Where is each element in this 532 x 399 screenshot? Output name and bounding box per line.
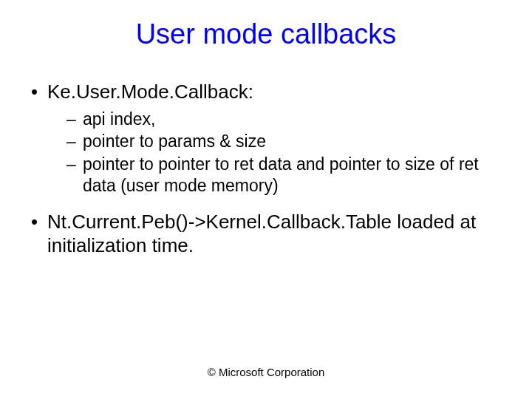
bullet-list: Ke.User.Mode.Callback: api index, pointe…	[22, 80, 510, 258]
bullet-item: Nt.Current.Peb()->Kernel.Callback.Table …	[30, 210, 510, 258]
bullet-text: Ke.User.Mode.Callback:	[47, 81, 253, 103]
sub-item-text: pointer to pointer to ret data and point…	[83, 154, 479, 195]
sub-list: api index, pointer to params & size poin…	[47, 109, 510, 197]
slide: User mode callbacks Ke.User.Mode.Callbac…	[0, 0, 532, 399]
sub-item: pointer to params & size	[66, 131, 510, 152]
sub-item-text: api index,	[83, 109, 155, 129]
bullet-text: Nt.Current.Peb()->Kernel.Callback.Table …	[47, 211, 476, 257]
sub-item: pointer to pointer to ret data and point…	[66, 154, 510, 197]
sub-item-text: pointer to params & size	[83, 132, 266, 151]
slide-title: User mode callbacks	[22, 18, 510, 50]
bullet-item: Ke.User.Mode.Callback: api index, pointe…	[30, 80, 510, 197]
footer-copyright: © Microsoft Corporation	[0, 366, 532, 378]
sub-item: api index,	[66, 109, 510, 130]
